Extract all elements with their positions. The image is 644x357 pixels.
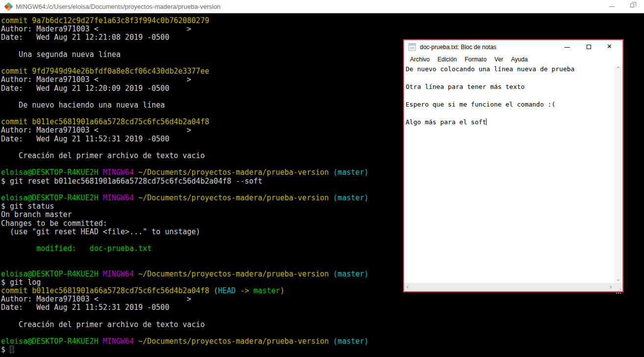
notepad-titlebar[interactable]: doc-prueba.txt: Bloc de notas ✕	[404, 40, 622, 54]
notepad-line: Espero que si me funcione el comando :(	[406, 100, 614, 109]
resize-grip-icon	[620, 289, 621, 290]
terminal-line	[1, 312, 644, 321]
minimize-icon[interactable]	[609, 6, 615, 7]
menu-edicion[interactable]: Edición	[434, 54, 461, 65]
menu-ver[interactable]: Ver	[490, 54, 507, 65]
terminal-line: Author: Madera971003 <>	[1, 295, 644, 303]
close-icon: ✕	[607, 43, 612, 50]
minimize-icon	[565, 47, 570, 48]
redacted-email	[99, 77, 187, 82]
terminal-line: eloisa@DESKTOP-R4KUE2H MINGW64 ~/Documen…	[1, 337, 644, 346]
notepad-text[interactable]: De nuevo colocando una línea nueva de pr…	[404, 65, 614, 283]
scroll-up-icon[interactable]: ⌃	[616, 66, 621, 72]
menu-ayuda[interactable]: Ayuda	[507, 54, 532, 65]
resize-corner[interactable]	[614, 283, 622, 291]
restore-icon[interactable]	[630, 3, 634, 7]
notepad-window: doc-prueba.txt: Bloc de notas ✕ ArchivoE…	[403, 39, 623, 292]
notepad-line	[406, 74, 614, 82]
notepad-title: doc-prueba.txt: Bloc de notas	[420, 44, 496, 51]
terminal-line	[1, 329, 644, 337]
git-diamond-icon	[4, 2, 13, 11]
redacted-email	[99, 297, 187, 302]
scroll-left-icon[interactable]: ‹	[406, 283, 409, 290]
terminal-line: Date: Wed Aug 21 11:52:31 2019 -0500	[1, 303, 644, 312]
scroll-down-icon[interactable]: ⌄	[616, 275, 621, 282]
notepad-line	[406, 91, 614, 100]
horizontal-scrollbar[interactable]: ‹ ›	[404, 283, 614, 291]
terminal-line: Creación del primer archivo de texto vac…	[1, 321, 644, 329]
menu-formato[interactable]: Formato	[461, 54, 490, 65]
maximize-icon	[587, 45, 591, 49]
notepad-menubar: ArchivoEdiciónFormatoVerAyuda	[404, 54, 622, 65]
vertical-scrollbar[interactable]: ⌃ ⌄	[614, 65, 622, 283]
scroll-right-icon[interactable]: ›	[609, 283, 612, 290]
redacted-email	[99, 128, 187, 133]
redacted-email	[99, 27, 187, 31]
terminal-line: Author: Madera971003 <>	[1, 25, 644, 33]
notepad-line: Otra línea para tener más texto	[406, 82, 614, 91]
text-caret	[486, 118, 487, 125]
notepad-line: Algo más para el soft	[406, 118, 614, 127]
notepad-line	[406, 109, 614, 118]
terminal-titlebar[interactable]: MINGW64:/c/Users/eloisa/Documents/proyec…	[0, 0, 644, 13]
close-button[interactable]: ✕	[600, 40, 622, 54]
terminal-title: MINGW64:/c/Users/eloisa/Documents/proyec…	[16, 3, 221, 10]
terminal-line: $	[1, 346, 644, 354]
menu-archivo[interactable]: Archivo	[406, 54, 434, 65]
notepad-icon	[409, 43, 416, 51]
minimize-button[interactable]	[556, 40, 578, 54]
maximize-button[interactable]	[578, 40, 600, 54]
terminal-cursor	[10, 346, 14, 353]
notepad-line: De nuevo colocando una línea nueva de pr…	[406, 65, 614, 74]
terminal-line: commit 9a7b6dc12c9d27fe1a63c8f3f994c0b76…	[1, 17, 644, 25]
